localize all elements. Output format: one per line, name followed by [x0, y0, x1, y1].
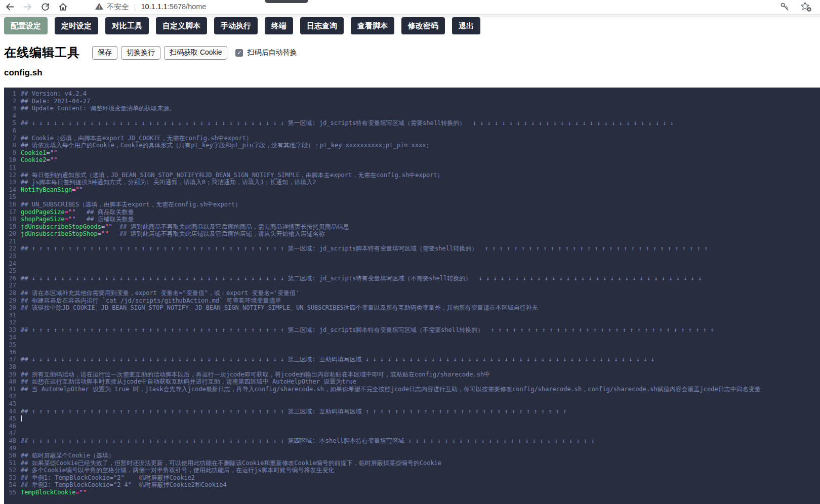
line-number: 40: [4, 378, 16, 386]
address-bar[interactable]: ! 不安全 | 10.1.1.1 :5678/home: [95, 0, 206, 13]
scan-cookie-button[interactable]: 扫码获取 Cookie: [164, 46, 227, 60]
line-number: 12: [4, 172, 16, 179]
nav-button-logout[interactable]: 退出: [452, 17, 480, 34]
code-token: ##: [21, 437, 32, 444]
refresh-icon[interactable]: [39, 1, 51, 12]
url-path[interactable]: :5678/home: [168, 3, 207, 11]
code-token: ## 当 AutoHelpOther 设置为 true 时，jtask会先导入j…: [21, 386, 761, 393]
url-host[interactable]: 10.1.1.1: [141, 3, 167, 11]
code-line: 12## 每日签到的通知形式（选填，JD_BEAN_SIGN_STOP_NOTI…: [4, 172, 820, 179]
code-token: ↑ ↑ ↑ ↑ ↑ ↑ ↑ ↑ ↑ ↑ ↑ ↑ ↑ ↑ ↑ ↑ ↑ ↑ ↑ ↑ …: [32, 245, 288, 252]
line-number: 47: [4, 430, 16, 437]
code-token: ## 如果某些Cookie已经失效了，但暂时还没法更新，可以使用此功能在不删除该…: [21, 459, 441, 467]
line-number: 52: [4, 467, 16, 474]
code-token: ↑ ↑ ↑ ↑ ↑ ↑ ↑ ↑ ↑ ↑ ↑ ↑ ↑ ↑ ↑ ↑ ↑ ↑ ↑ ↑ …: [32, 326, 288, 333]
toggle-wrap-button[interactable]: 切换换行: [121, 46, 160, 60]
code-line: 38: [4, 363, 820, 371]
code-line: 32: [4, 319, 820, 326]
nav-button-view-script[interactable]: 查看脚本: [351, 17, 394, 34]
save-button[interactable]: 保存: [92, 46, 117, 60]
code-token: ## 举例2: TempBlockCookie="2 4" 临时屏蔽掉Cooki…: [21, 481, 227, 488]
code-token: ## 创建容器后在容器内运行 `cat /jd/scripts/githubAc…: [21, 297, 281, 304]
nav-button-log-query[interactable]: 日志查询: [300, 17, 344, 34]
code-line: 21: [4, 238, 820, 245]
code-token: 第四区域: 本shell脚本特有变量填写区域: [288, 437, 408, 444]
code-token: ## 如想在运行互助活动脚本时直接从jcode中自动获取互助码并进行互助，请将第…: [21, 378, 356, 385]
forward-icon[interactable]: [22, 1, 33, 12]
line-number: 14: [4, 186, 16, 194]
code-line: 55TempBlockCookie="": [4, 489, 820, 496]
code-line: 50## 临时屏蔽某个Cookie（选填）: [4, 452, 820, 459]
code-token: ↑ ↑ ↑ ↑ ↑ ↑ ↑ ↑ ↑ ↑ ↑ ↑ ↑ ↑ ↑ ↑ ↑ ↑ ↑ ↑ …: [485, 245, 712, 252]
line-number: 8: [4, 142, 16, 149]
code-line: 39## 所有互助码活动，请在运行过一次需要互助的活动脚本以后，再运行一次jco…: [4, 371, 820, 379]
nav-button-timer-settings[interactable]: 定时设定: [55, 17, 98, 34]
line-number: 38: [4, 363, 16, 371]
code-line: 29## 创建容器后在容器内运行 `cat /jd/scripts/github…: [4, 297, 820, 305]
code-token: ↓ ↓ ↓ ↓ ↓ ↓ ↓ ↓ ↓ ↓ ↓ ↓ ↓ ↓ ↓ ↓ ↓ ↓ ↓ ↓ …: [473, 119, 678, 127]
code-line: 46: [4, 423, 820, 430]
line-number: 16: [4, 201, 16, 208]
code-token: ## UN_SUBSCRIBES（选填，由脚本去export，无需在config…: [21, 201, 241, 208]
code-line: 49: [4, 445, 820, 452]
code-token: ## 该链接中除JD_COOKIE、JD_BEAN_SIGN_STOP_NOTI…: [21, 304, 538, 311]
line-number: 33: [4, 326, 16, 334]
code-line: 20jdUnsubscribeStopShop="" ## 遇到此店铺不再取关此…: [4, 230, 820, 238]
code-line: 13## js脚本每日签到提供3种通知方式，分别为: 关闭通知，请填入0；简洁通…: [4, 179, 820, 186]
code-token: ↓ ↓ ↓ ↓ ↓ ↓ ↓ ↓ ↓ ↓ ↓ ↓ ↓ ↓ ↓ ↓ ↓ ↓ ↓ ↓ …: [32, 119, 288, 127]
code-token: ##: [21, 408, 32, 415]
code-line: 2## Date: 2021-04-27: [4, 98, 820, 105]
code-token: goodPageSize: [21, 208, 65, 216]
nav-button-change-password[interactable]: 修改密码: [401, 17, 445, 34]
code-token: ## 所有互助码活动，请在运行过一次需要互助的活动脚本以后，再运行一次jcode…: [21, 371, 490, 378]
code-line: 16## UN_SUBSCRIBES（选填，由脚本去export，无需在conf…: [4, 201, 820, 208]
code-line: 52## 多个Cookie编号以半角的空格分隔，两侧一对半角双引号，使用此功能后…: [4, 467, 820, 474]
line-number: 24: [4, 260, 16, 268]
code-line: 53## 举例1: TempBlockCookie="2" 临时屏蔽掉Cooki…: [4, 474, 820, 482]
code-token: ↑ ↑ ↑ ↑ ↑ ↑ ↑ ↑ ↑ ↑ ↑ ↑ ↑ ↑ ↑ ↑ ↑ ↑ ↑ ↑ …: [32, 408, 288, 415]
code-token: ↓ ↓ ↓ ↓ ↓ ↓ ↓ ↓ ↓ ↓ ↓ ↓ ↓ ↓ ↓ ↓ ↓ ↓ ↓ ↓ …: [365, 356, 658, 363]
nav-button-config-settings[interactable]: 配置设定: [4, 17, 48, 34]
line-number: 54: [4, 481, 16, 489]
code-line: 36: [4, 349, 820, 356]
line-number: 28: [4, 289, 16, 297]
home-icon[interactable]: [57, 1, 68, 12]
code-token: NotifyBeanSign: [21, 186, 72, 193]
code-line: 4: [4, 112, 820, 120]
code-token: ## 请依次填入每个用户的Cookie，Cookie的具体形式（只有pt_key…: [21, 142, 430, 149]
text-cursor: [21, 415, 22, 422]
code-line: 11: [4, 164, 820, 172]
code-token: ↑ ↑ ↑ ↑ ↑ ↑ ↑ ↑ ↑ ↑ ↑ ↑ ↑ ↑ ↑ ↑ ↑ ↑ ↑ ↑ …: [365, 408, 570, 415]
favorite-star-add-icon[interactable]: [800, 2, 812, 12]
code-token: ##: [21, 326, 32, 333]
code-line: 30## 该链接中除JD_COOKIE、JD_BEAN_SIGN_STOP_NO…: [4, 304, 820, 312]
code-token: jdUnsubscribeStopGoods: [21, 223, 101, 230]
line-number: 2: [4, 98, 16, 105]
security-label[interactable]: 不安全: [107, 2, 129, 12]
line-number: 7: [4, 135, 16, 142]
line-number: 37: [4, 356, 16, 363]
password-key-icon[interactable]: [780, 2, 790, 12]
auto-replace-label: 扫码后自动替换: [247, 48, 297, 57]
code-line: 25: [4, 267, 820, 275]
line-number: 15: [4, 193, 16, 201]
code-editor[interactable]: 1## Version: v4.2.42## Date: 2021-04-273…: [4, 88, 820, 504]
line-number: 21: [4, 238, 16, 245]
code-line: 51## 如果某些Cookie已经失效了，但暂时还没法更新，可以使用此功能在不删…: [4, 459, 820, 467]
code-token: ="": [65, 216, 76, 223]
nav-button-terminal[interactable]: 终端: [265, 17, 293, 34]
code-line: 37## ↓ ↓ ↓ ↓ ↓ ↓ ↓ ↓ ↓ ↓ ↓ ↓ ↓ ↓ ↓ ↓ ↓ ↓…: [4, 356, 820, 363]
line-number: 17: [4, 208, 16, 216]
not-secure-warning-icon[interactable]: !: [95, 3, 103, 11]
line-number: 39: [4, 371, 16, 379]
code-token: 第一区域: jd_scripts特有变量填写区域（需要shell转换的）: [288, 119, 472, 127]
line-number: 44: [4, 408, 16, 415]
code-token: ## 每日签到的通知形式（选填，JD_BEAN_SIGN_STOP_NOTIFY…: [21, 172, 443, 179]
nav-button-custom-script[interactable]: 自定义脚本: [156, 17, 207, 34]
nav-button-manual-run[interactable]: 手动执行: [214, 17, 258, 34]
auto-replace-checkbox[interactable]: ✓: [235, 49, 243, 57]
nav-button-compare-tool[interactable]: 对比工具: [105, 17, 149, 34]
back-icon[interactable]: [4, 1, 15, 12]
code-line: 28## 请在本区域补充其他你需要用到变量，export 变量名="变量值"，或…: [4, 289, 820, 297]
site-nav: 配置设定定时设定对比工具自定义脚本手动执行终端日志查询查看脚本修改密码退出: [0, 17, 820, 34]
